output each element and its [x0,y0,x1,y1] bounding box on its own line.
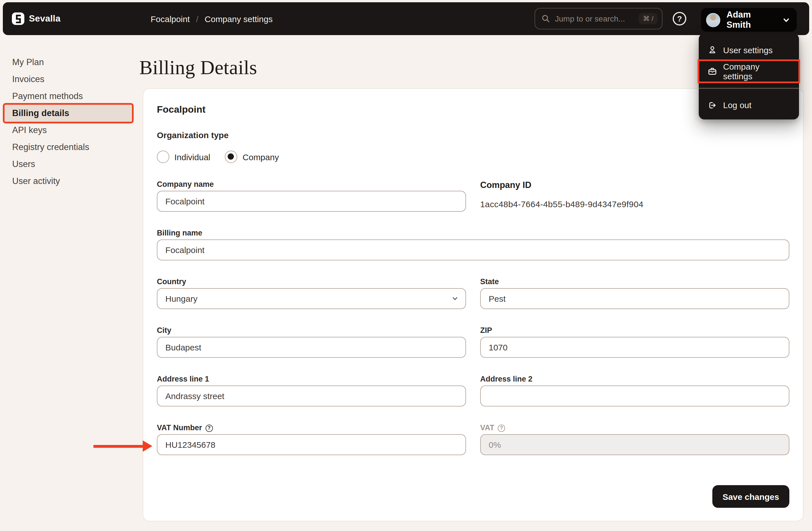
menu-item-label: Company settings [723,62,790,81]
organization-type-label: Organization type [157,130,789,141]
country-selected-value: Hungary [165,294,451,304]
state-label: State [480,277,789,287]
country-group: Country Hungary [157,277,466,309]
form-row: Address line 1 Address line 2 [157,374,789,407]
radio-company[interactable] [225,151,237,163]
vat-label-text: VAT [480,423,494,433]
radio-company-label[interactable]: Company [243,152,279,162]
menu-item-user-settings[interactable]: User settings [699,39,799,61]
organization-type-group: Individual Company [157,149,789,165]
user-dropdown-menu: User settings Company settings Lo [699,33,799,119]
menu-item-label: User settings [723,45,773,55]
save-changes-button[interactable]: Save changes [712,485,789,508]
user-icon [708,45,717,54]
address1-label: Address line 1 [157,374,466,384]
menu-item-company-settings[interactable]: Company settings [699,61,799,82]
help-button[interactable]: ? [673,12,686,26]
breadcrumb-current[interactable]: Company settings [205,14,273,24]
address2-label: Address line 2 [480,374,789,384]
company-id-value: 1acc48b4-7664-4b55-b489-9d4347e9f904 [480,199,789,209]
sidebar-item-users[interactable]: Users [4,156,132,173]
app-window: Sevalla Focalpoint / Company settings Ju… [0,0,812,531]
breadcrumb: Focalpoint / Company settings [150,2,273,35]
address2-group: Address line 2 [480,374,789,407]
breadcrumb-parent[interactable]: Focalpoint [150,14,190,24]
form-row: Company name Company ID 1acc48b4-7664-4b… [157,179,789,212]
company-id-group: Company ID 1acc48b4-7664-4b55-b489-9d434… [480,179,789,212]
sevalla-s-glyph [15,14,21,23]
company-name-input[interactable] [157,191,466,212]
country-label: Country [157,277,466,287]
radio-individual[interactable] [157,151,169,163]
city-input[interactable] [157,337,466,358]
city-label: City [157,325,466,336]
annotation-arrow-shaft [93,445,144,447]
company-name-label: Company name [157,179,466,190]
city-group: City [157,325,466,358]
vat-label: VAT ? [480,423,789,433]
search-shortcut-badge: ⌘ / [639,13,657,24]
state-input[interactable] [480,288,789,309]
chevron-down-icon [783,16,790,24]
menu-item-label: Log out [723,100,751,110]
vat-number-input[interactable] [157,434,466,455]
form-row: Country Hungary State [157,277,789,309]
vat-help-icon[interactable]: ? [498,424,505,432]
search-icon [541,14,550,23]
sidebar-item-user-activity[interactable]: User activity [4,173,132,190]
sidebar-item-payment-methods[interactable]: Payment methods [4,88,132,105]
breadcrumb-separator: / [196,14,198,24]
company-name-group: Company name [157,179,466,212]
vat-input [480,434,789,455]
annotation-arrow-head [143,440,152,452]
brand-name: Sevalla [29,2,61,35]
logout-icon [708,101,717,109]
sevalla-logo-icon[interactable] [12,13,24,25]
chevron-down-icon [451,295,459,302]
radio-individual-label[interactable]: Individual [174,152,211,162]
search-input[interactable]: Jump to or search... ⌘ / [535,8,663,29]
billing-details-card: Focalpoint Organization type Individual … [143,88,803,521]
annotation-arrow [93,440,152,452]
form-row: VAT Number ? VAT ? [157,423,789,455]
address1-input[interactable] [157,385,466,407]
sidebar-item-my-plan[interactable]: My Plan [4,54,132,71]
state-group: State [480,277,789,309]
billing-name-label: Billing name [157,228,789,238]
help-question-icon: ? [677,14,682,23]
briefcase-icon [708,67,717,76]
company-card-title: Focalpoint [157,104,789,116]
vat-number-group: VAT Number ? [157,423,466,455]
user-menu-button[interactable]: Adam Smith [701,8,797,32]
vat-group: VAT ? [480,423,789,455]
billing-name-group: Billing name [157,228,789,261]
page-title: Billing Details [139,57,257,79]
country-select[interactable]: Hungary [157,288,466,309]
search-placeholder: Jump to or search... [555,14,635,23]
zip-input[interactable] [480,337,789,358]
zip-label: ZIP [480,325,789,336]
menu-divider [699,88,799,89]
address2-input[interactable] [480,385,789,407]
sidebar-item-api-keys[interactable]: API keys [4,122,132,139]
avatar [706,13,720,27]
company-id-label: Company ID [480,180,789,190]
vat-number-help-icon[interactable]: ? [205,424,213,432]
sidebar-item-invoices[interactable]: Invoices [4,71,132,88]
user-name: Adam Smith [726,10,776,30]
menu-item-log-out[interactable]: Log out [699,94,799,116]
vat-number-label: VAT Number ? [157,423,466,433]
settings-sidebar: My Plan Invoices Payment methods Billing… [0,35,134,190]
vat-number-label-text: VAT Number [157,423,202,433]
zip-group: ZIP [480,325,789,358]
address1-group: Address line 1 [157,374,466,407]
top-bar: Sevalla Focalpoint / Company settings Ju… [3,2,809,35]
form-row: Billing name [157,228,789,261]
billing-name-input[interactable] [157,239,789,261]
sidebar-item-billing-details[interactable]: Billing details [4,105,132,122]
sidebar-item-registry-credentials[interactable]: Registry credentials [4,139,132,156]
form-row: City ZIP [157,325,789,358]
save-row: Save changes [157,485,789,508]
